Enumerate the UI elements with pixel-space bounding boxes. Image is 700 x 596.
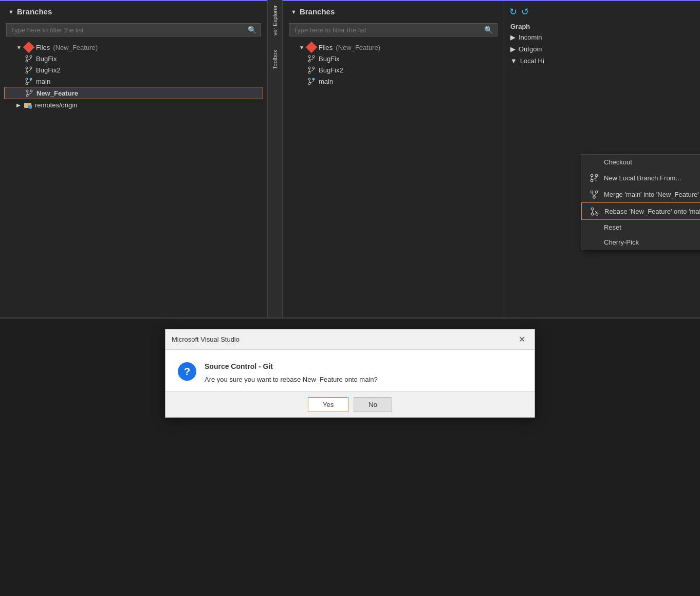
svg-point-32 [312, 78, 315, 80]
rebase-label: Rebase 'New_Feature' onto 'main' [604, 208, 700, 215]
svg-point-28 [312, 67, 315, 69]
back-icon[interactable]: ↺ [521, 6, 529, 17]
context-rebase[interactable]: Rebase 'New_Feature' onto 'main' [581, 202, 700, 220]
right-filter-input[interactable] [293, 26, 481, 34]
outgoing-label: Outgoin [519, 45, 542, 53]
svg-point-33 [308, 83, 310, 85]
left-branch-bugfix2[interactable]: BugFix2 [4, 64, 263, 76]
new-branch-icon: + [590, 173, 599, 182]
context-cherry-pick[interactable]: Cherry-Pick [581, 235, 700, 250]
no-button[interactable]: No [354, 397, 392, 412]
outgoing-tri: ▶ [510, 45, 515, 53]
svg-point-41 [595, 191, 598, 193]
left-branch-new-feature[interactable]: New_Feature [4, 87, 263, 99]
dialog-footer: Yes No [165, 392, 535, 417]
left-files-node[interactable]: ▼ Files (New_Feature) [4, 42, 263, 53]
context-merge[interactable]: Merge 'main' into 'New_Feature' [581, 186, 700, 202]
dialog-close-button[interactable]: ✕ [515, 333, 528, 345]
svg-point-2 [26, 60, 28, 62]
git-branch-icon-newfeature [25, 89, 33, 97]
context-menu: Checkout + New Local Branch From... [581, 154, 700, 250]
right-files-node[interactable]: ▼ Files (New_Feature) [287, 42, 500, 53]
right-files-sublabel: (New_Feature) [336, 44, 380, 51]
context-checkout[interactable]: Checkout [581, 155, 700, 170]
right-branch-bugfix[interactable]: BugFix [287, 53, 500, 64]
diamond-icon [23, 42, 35, 53]
svg-line-50 [595, 211, 597, 213]
ver-explorer-tab[interactable]: ver Explorer [272, 0, 278, 41]
outgoing-item[interactable]: ▶ Outgoin [504, 43, 700, 55]
svg-point-15 [26, 95, 28, 97]
context-new-local-branch[interactable]: + New Local Branch From... [581, 170, 700, 186]
svg-line-44 [594, 193, 597, 196]
right-panel-triangle: ▼ [291, 9, 297, 15]
left-remotes-label: remotes/origin [35, 101, 77, 109]
rebase-icon [590, 207, 599, 216]
yes-button[interactable]: Yes [308, 397, 348, 412]
left-bugfix2-label: BugFix2 [36, 66, 61, 74]
right-diamond-icon [306, 42, 318, 53]
dialog-content: ? Source Control - Git Are you sure you … [165, 350, 535, 392]
graph-label: Graph [504, 22, 700, 31]
svg-point-25 [308, 60, 310, 62]
far-right-icons: ↻ ↺ [504, 4, 700, 20]
right-git-icon-bugfix [307, 54, 316, 63]
svg-point-14 [30, 90, 32, 92]
toolbox-tab[interactable]: Toolbox [272, 45, 278, 74]
dialog-text-area: Source Control - Git Are you sure you wa… [205, 362, 522, 383]
context-reset[interactable]: Reset ▶ [581, 220, 700, 235]
refresh-icon[interactable]: ↻ [509, 6, 517, 17]
git-branch-icon-2 [25, 66, 33, 74]
left-bugfix-label: BugFix [36, 55, 57, 63]
merge-icon [590, 190, 599, 199]
svg-rect-18 [24, 103, 27, 104]
right-main-label: main [319, 78, 333, 85]
right-filter-box[interactable]: 🔍 [289, 23, 498, 36]
right-files-label: Files [319, 44, 333, 51]
question-icon: ? [178, 362, 196, 381]
right-bugfix-label: BugFix [319, 55, 339, 63]
local-hi-tri: ▼ [510, 57, 517, 65]
right-panel-header: ▼ Branches [283, 1, 504, 20]
left-filter-input[interactable] [11, 26, 245, 34]
svg-point-45 [591, 208, 594, 210]
svg-point-0 [26, 55, 28, 58]
svg-text:+: + [595, 178, 597, 182]
checkout-label: Checkout [604, 158, 632, 166]
svg-point-31 [308, 78, 310, 80]
left-branch-bugfix[interactable]: BugFix [4, 53, 263, 64]
svg-point-13 [26, 90, 28, 92]
cherry-pick-label: Cherry-Pick [604, 238, 639, 246]
right-tree: ▼ Files (New_Feature) BugFix [283, 42, 504, 87]
svg-point-36 [595, 174, 598, 177]
left-search-icon: 🔍 [248, 26, 256, 34]
dialog-titlebar: Microsoft Visual Studio ✕ [165, 329, 535, 350]
incoming-item[interactable]: ▶ Incomin [504, 31, 700, 43]
svg-point-46 [596, 213, 598, 215]
left-branch-main[interactable]: + main [4, 76, 263, 87]
svg-point-29 [308, 71, 310, 73]
right-git-icon-bugfix2 [307, 66, 316, 74]
dialog-title: Microsoft Visual Studio [172, 336, 240, 343]
svg-text:+: + [30, 79, 32, 82]
left-panel-title: Branches [17, 7, 52, 16]
right-branch-main[interactable]: main [287, 76, 500, 87]
left-files-label: Files [36, 44, 50, 51]
left-remotes-origin[interactable]: ▶ remotes/origin [4, 99, 263, 110]
left-panel-header: ▼ Branches [0, 1, 267, 20]
svg-point-42 [593, 196, 596, 198]
left-tree: ▼ Files (New_Feature) BugFix [0, 42, 267, 110]
local-hi-item[interactable]: ▼ Local Hi [504, 55, 700, 67]
left-branches-panel: ▼ Branches 🔍 ▼ Files (New_Feature) [0, 0, 267, 329]
right-files-triangle: ▼ [299, 45, 304, 50]
right-branches-panel: ▼ Branches 🔍 ▼ Files (New_Feature) [283, 0, 504, 329]
left-main-label: main [36, 78, 50, 85]
svg-point-6 [26, 71, 28, 73]
right-branch-bugfix2[interactable]: BugFix2 [287, 64, 500, 76]
svg-point-47 [591, 213, 594, 215]
mid-separator: ver Explorer Toolbox [267, 0, 283, 329]
left-panel-triangle: ▼ [8, 9, 14, 15]
svg-line-43 [592, 193, 595, 196]
svg-point-23 [308, 55, 310, 58]
left-filter-box[interactable]: 🔍 [6, 23, 261, 36]
